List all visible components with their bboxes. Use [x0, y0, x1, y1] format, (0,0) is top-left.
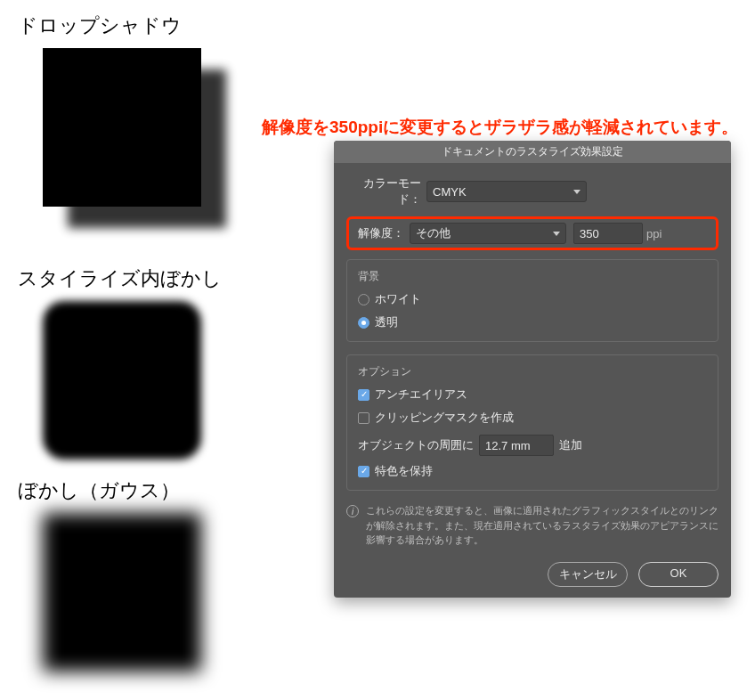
- clipping-label: クリッピングマスクを作成: [375, 410, 514, 426]
- info-icon: i: [346, 505, 359, 517]
- resolution-row-highlighted: 解像度： その他 350 ppi: [346, 216, 718, 250]
- left-sample-column: ドロップシャドウ スタイライズ内ぼかし ぼかし（ガウス）: [18, 12, 230, 684]
- info-row: i これらの設定を変更すると、画像に適用されたグラフィックスタイルとのリンクが解…: [346, 503, 718, 548]
- antialias-checkbox[interactable]: [358, 389, 369, 401]
- dialog-body: カラーモード： CMYK 解像度： その他 350 ppi 背景 ホワイト: [334, 163, 731, 598]
- around-value: 12.7 mm: [485, 439, 531, 452]
- background-group: 背景 ホワイト 透明: [346, 259, 718, 342]
- cancel-button[interactable]: キャンセル: [548, 562, 628, 587]
- resolution-preset-select[interactable]: その他: [410, 223, 566, 244]
- sample1-label: ドロップシャドウ: [18, 12, 230, 39]
- sample3-label: ぼかし（ガウス）: [18, 477, 230, 504]
- color-mode-label: カラーモード：: [346, 175, 426, 208]
- sample1-square: [43, 48, 201, 207]
- preserve-spot-checkbox[interactable]: [358, 466, 369, 477]
- options-group-label: オプション: [358, 364, 707, 379]
- clipping-row[interactable]: クリッピングマスクを作成: [358, 410, 707, 426]
- radio-transparent-row[interactable]: 透明: [358, 314, 707, 330]
- resolution-preset-value: その他: [416, 225, 451, 241]
- sample1-section: ドロップシャドウ: [18, 12, 230, 253]
- sample3-gaussian-blur: [43, 513, 201, 672]
- options-group: オプション アンチエイリアス クリッピングマスクを作成 オブジェクトの周囲に 1…: [346, 354, 718, 491]
- clipping-checkbox[interactable]: [358, 412, 369, 424]
- resolution-label: 解像度：: [354, 225, 410, 241]
- radio-transparent-label: 透明: [375, 314, 398, 330]
- antialias-label: アンチエイリアス: [375, 387, 467, 403]
- resolution-unit: ppi: [646, 227, 662, 240]
- around-object-row: オブジェクトの周囲に 12.7 mm 追加: [358, 435, 707, 456]
- sample1-dropshadow: [43, 48, 230, 253]
- antialias-row[interactable]: アンチエイリアス: [358, 387, 707, 403]
- radio-transparent[interactable]: [358, 317, 369, 329]
- color-mode-row: カラーモード： CMYK: [346, 175, 718, 208]
- preserve-spot-label: 特色を保持: [375, 463, 433, 479]
- sample2-label: スタイライズ内ぼかし: [18, 265, 230, 292]
- sample2-section: スタイライズ内ぼかし: [18, 265, 230, 460]
- around-input[interactable]: 12.7 mm: [479, 435, 554, 456]
- radio-white-row[interactable]: ホワイト: [358, 291, 707, 307]
- radio-white-label: ホワイト: [375, 291, 421, 307]
- around-prefix: オブジェクトの周囲に: [358, 437, 474, 453]
- chevron-down-icon: [573, 190, 580, 194]
- around-suffix: 追加: [559, 437, 582, 453]
- background-group-label: 背景: [358, 269, 707, 284]
- resolution-input[interactable]: 350: [573, 223, 643, 244]
- resolution-value: 350: [580, 227, 599, 240]
- sample3-section: ぼかし（ガウス）: [18, 477, 230, 672]
- color-mode-select[interactable]: CMYK: [426, 181, 587, 202]
- dialog-title: ドキュメントのラスタライズ効果設定: [334, 141, 731, 163]
- annotation-text: 解像度を350ppiに変更するとザラザラ感が軽減されています。: [262, 116, 738, 139]
- color-mode-value: CMYK: [433, 185, 467, 199]
- preserve-spot-row[interactable]: 特色を保持: [358, 463, 707, 479]
- sample2-stylize-blur: [43, 301, 201, 460]
- info-text: これらの設定を変更すると、画像に適用されたグラフィックスタイルとのリンクが解除さ…: [366, 503, 718, 548]
- rasterize-effect-settings-dialog: ドキュメントのラスタライズ効果設定 カラーモード： CMYK 解像度： その他 …: [334, 141, 731, 598]
- ok-button[interactable]: OK: [638, 562, 718, 587]
- chevron-down-icon: [553, 232, 560, 236]
- radio-white[interactable]: [358, 294, 369, 305]
- button-row: キャンセル OK: [346, 562, 718, 587]
